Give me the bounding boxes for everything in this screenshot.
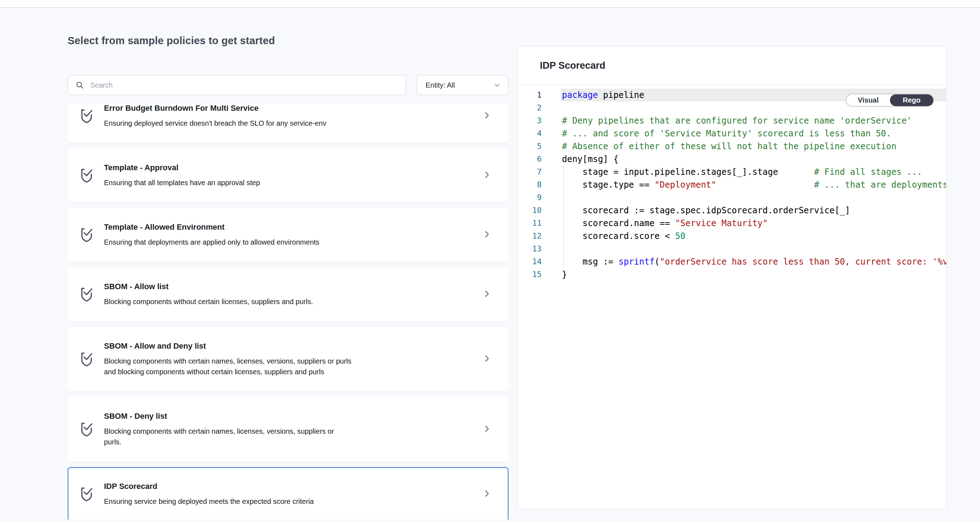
line-number: 3 (518, 114, 542, 127)
line-number: 13 (518, 242, 542, 255)
code-line-content (542, 242, 562, 255)
code-line-content: msg := sprintf("orderService has score l… (542, 255, 946, 268)
policy-card[interactable]: IDP Scorecard Ensuring service being dep… (68, 467, 509, 519)
shield-check-icon (79, 421, 95, 438)
policy-title: Template - Allowed Environment (104, 222, 475, 232)
shield-check-icon (79, 167, 95, 184)
list-controls: Entity: All (68, 75, 509, 95)
page-title: Select from sample policies to get start… (68, 8, 947, 47)
code-line-content: } (542, 268, 567, 281)
policy-card[interactable]: Template - Allowed Environment Ensuring … (68, 208, 509, 262)
code-line-content: deny[msg] { (542, 153, 619, 166)
policy-card[interactable]: SBOM - Deny list Blocking components wit… (68, 397, 509, 462)
line-number: 12 (518, 230, 542, 242)
line-number: 11 (518, 217, 542, 230)
code-line: 11 scorecard.name == "Service Maturity" (518, 217, 946, 230)
code-line-content: package pipeline (542, 89, 644, 102)
line-number: 9 (518, 191, 542, 204)
code-line: 15} (518, 268, 946, 281)
chevron-right-icon (482, 110, 492, 122)
code-line: 8 stage.type == "Deployment" # ... that … (518, 178, 946, 191)
code-line-content: # Absence of either of these will not ha… (542, 140, 896, 153)
bottom-bar (0, 521, 980, 527)
chevron-right-icon (482, 353, 492, 365)
policy-preview-panel: IDP Scorecard Visual Rego 1package pipel… (517, 46, 947, 509)
chevron-down-icon (493, 81, 501, 89)
line-number: 10 (518, 204, 542, 217)
policy-card[interactable]: SBOM - Allow and Deny list Blocking comp… (68, 327, 509, 391)
line-number: 2 (518, 102, 542, 114)
code-line-content (542, 191, 562, 204)
toggle-visual-button[interactable]: Visual (846, 94, 890, 106)
policy-list-section: Entity: All Error Budget Burndown For Mu… (68, 47, 509, 519)
top-bar (0, 0, 980, 8)
policy-title: Template - Approval (104, 163, 475, 172)
code-line: 10 scorecard := stage.spec.idpScorecard.… (518, 204, 946, 217)
policy-description: Ensuring service being deployed meets th… (104, 496, 353, 507)
shield-check-icon (79, 286, 95, 303)
code-line-content: stage = input.pipeline.stages[_].stage #… (542, 166, 922, 178)
policy-title: SBOM - Allow and Deny list (104, 341, 475, 351)
code-line-content: scorecard.score < 50 (542, 230, 686, 242)
code-editor[interactable]: Visual Rego 1package pipeline23# Deny pi… (518, 85, 946, 281)
code-line-content: # ... and score of 'Service Maturity' sc… (542, 127, 891, 140)
entity-filter-dropdown[interactable]: Entity: All (417, 75, 509, 95)
policy-card-body: Error Budget Burndown For Multi Service … (104, 103, 475, 129)
chevron-right-icon (482, 488, 492, 500)
entity-filter-label: Entity: All (426, 81, 455, 89)
code-line: 9 (518, 191, 946, 204)
policy-description: Blocking components with certain names, … (104, 426, 353, 447)
code-line: 7 stage = input.pipeline.stages[_].stage… (518, 166, 946, 178)
panel-title: IDP Scorecard (540, 60, 605, 71)
view-toggle: Visual Rego (846, 94, 934, 107)
panel-header: IDP Scorecard (518, 47, 946, 85)
code-lines: 1package pipeline23# Deny pipelines that… (518, 89, 946, 281)
code-line: 5# Absence of either of these will not h… (518, 140, 946, 153)
search-icon (75, 80, 84, 90)
policy-title: Error Budget Burndown For Multi Service (104, 103, 475, 113)
policy-description: Ensuring that deployments are applied on… (104, 237, 353, 247)
policy-description: Blocking components without certain lice… (104, 296, 353, 307)
policy-description: Blocking components with certain names, … (104, 356, 353, 377)
policy-card[interactable]: Error Budget Burndown For Multi Service … (68, 103, 509, 143)
code-line-content: # Deny pipelines that are configured for… (542, 114, 912, 127)
code-line: 14 msg := sprintf("orderService has scor… (518, 255, 946, 268)
policy-title: IDP Scorecard (104, 481, 475, 491)
policy-list: Error Budget Burndown For Multi Service … (68, 103, 509, 519)
policy-card-body: SBOM - Deny list Blocking components wit… (104, 411, 475, 447)
line-number: 6 (518, 153, 542, 166)
line-number: 7 (518, 166, 542, 178)
code-line-content (542, 102, 562, 114)
chevron-right-icon (482, 288, 492, 301)
line-number: 8 (518, 178, 542, 191)
policy-title: SBOM - Allow list (104, 282, 475, 291)
code-line: 13 (518, 242, 946, 255)
policy-card[interactable]: Template - Approval Ensuring that all te… (68, 148, 509, 202)
chevron-right-icon (482, 424, 492, 435)
shield-check-icon (79, 108, 95, 125)
search-box[interactable] (68, 75, 406, 95)
line-number: 5 (518, 140, 542, 153)
code-line-content: scorecard := stage.spec.idpScorecard.ord… (542, 204, 850, 217)
policy-card[interactable]: SBOM - Allow list Blocking components wi… (68, 267, 509, 321)
policy-card-body: IDP Scorecard Ensuring service being dep… (104, 481, 475, 507)
toggle-rego-button[interactable]: Rego (890, 94, 933, 106)
line-number: 4 (518, 127, 542, 140)
chevron-right-icon (482, 169, 492, 182)
code-line: 4# ... and score of 'Service Maturity' s… (518, 127, 946, 140)
line-number: 1 (518, 89, 542, 102)
content: Entity: All Error Budget Burndown For Mu… (68, 47, 947, 519)
policy-card-body: Template - Approval Ensuring that all te… (104, 163, 475, 188)
policy-description: Ensuring deployed service doesn't breach… (104, 118, 353, 129)
code-line-content: stage.type == "Deployment" # ... that ar… (542, 178, 946, 191)
code-line-content: scorecard.name == "Service Maturity" (542, 217, 768, 230)
code-line: 6deny[msg] { (518, 153, 946, 166)
shield-check-icon (79, 486, 95, 503)
policy-card-body: SBOM - Allow and Deny list Blocking comp… (104, 341, 475, 377)
policy-title: SBOM - Deny list (104, 411, 475, 421)
page-background: Select from sample policies to get start… (0, 8, 980, 521)
code-line: 3# Deny pipelines that are configured fo… (518, 114, 946, 127)
policy-card-body: Template - Allowed Environment Ensuring … (104, 222, 475, 247)
policy-description: Ensuring that all templates have an appr… (104, 177, 353, 188)
search-input[interactable] (90, 81, 398, 89)
